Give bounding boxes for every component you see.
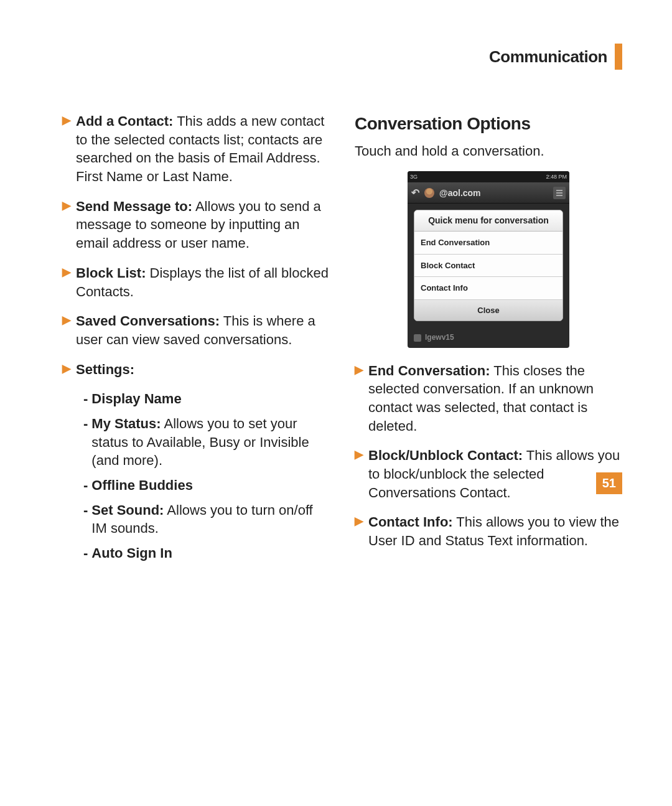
close-button[interactable]: Close <box>414 300 562 321</box>
status-right: 2:48 PM <box>546 173 567 180</box>
triangle-icon: ▶ <box>62 312 71 349</box>
list-item: ▶ Block List: Displays the list of all b… <box>62 264 330 301</box>
triangle-icon: ▶ <box>355 362 363 436</box>
sub-list-item: - Display Name <box>83 390 330 408</box>
triangle-icon: ▶ <box>62 112 71 186</box>
triangle-icon: ▶ <box>355 446 363 502</box>
sub-list-item: - My Status: Allows you to set your stat… <box>83 415 330 470</box>
quick-menu-popup: Quick menu for conversation End Conversa… <box>414 210 563 321</box>
header-accent-bar <box>615 44 622 70</box>
dash-icon: - <box>83 476 88 495</box>
list-item: ▶ Settings: <box>62 360 330 379</box>
triangle-icon: ▶ <box>62 197 71 253</box>
page-header: Communication <box>489 44 622 70</box>
status-left: 3G <box>410 173 418 180</box>
contact-name: lgewv15 <box>425 332 454 342</box>
section-title: Communication <box>489 47 607 67</box>
sub-list-item: - Auto Sign In <box>83 544 330 563</box>
left-column: ▶ Add a Contact: This adds a new contact… <box>62 112 330 569</box>
dash-icon: - <box>83 415 88 470</box>
menu-item-block[interactable]: Block Contact <box>414 255 562 278</box>
menu-item-end[interactable]: End Conversation <box>414 232 562 255</box>
subsection-intro: Touch and hold a conversation. <box>355 142 622 161</box>
contact-row: lgewv15 <box>408 327 569 347</box>
popup-title: Quick menu for conversation <box>414 210 562 232</box>
list-item: ▶ End Conversation: This closes the sele… <box>355 362 622 436</box>
sub-list-item: - Set Sound: Allows you to turn on/off I… <box>83 501 330 538</box>
list-item: ▶ Send Message to: Allows you to send a … <box>62 197 330 253</box>
menu-icon[interactable] <box>553 187 566 199</box>
list-item: ▶ Block/Unblock Contact: This allows you… <box>355 446 622 502</box>
dash-icon: - <box>83 501 88 538</box>
avatar-icon <box>424 188 434 198</box>
dash-icon: - <box>83 544 88 563</box>
presence-icon <box>414 334 421 342</box>
list-item: ▶ Contact Info: This allows you to view … <box>355 513 622 550</box>
triangle-icon: ▶ <box>62 360 71 379</box>
list-item: ▶ Saved Conversations: This is where a u… <box>62 312 330 349</box>
triangle-icon: ▶ <box>355 513 363 550</box>
back-icon[interactable]: ↶ <box>411 186 419 200</box>
phone-title: @aol.com <box>439 187 481 199</box>
menu-item-info[interactable]: Contact Info <box>414 277 562 300</box>
triangle-icon: ▶ <box>62 264 71 301</box>
dash-icon: - <box>83 390 88 408</box>
phone-titlebar: ↶ @aol.com <box>408 182 569 204</box>
subsection-heading: Conversation Options <box>355 112 622 136</box>
phone-status-bar: 3G 2:48 PM <box>408 171 569 182</box>
phone-screenshot: 3G 2:48 PM ↶ @aol.com Quick menu for con… <box>408 171 569 347</box>
list-item: ▶ Add a Contact: This adds a new contact… <box>62 112 330 186</box>
sub-list-item: - Offline Buddies <box>83 476 330 495</box>
right-column: Conversation Options Touch and hold a co… <box>355 112 622 569</box>
page-number: 51 <box>596 472 622 494</box>
